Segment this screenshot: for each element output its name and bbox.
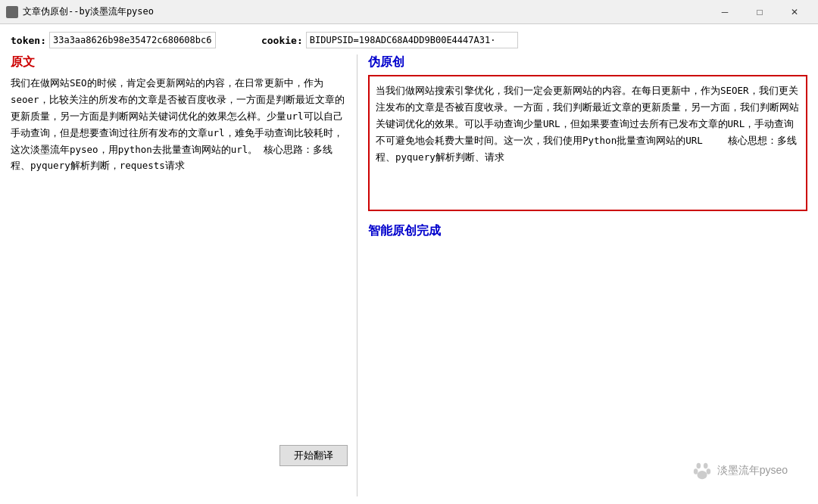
- cookie-input[interactable]: [306, 32, 518, 48]
- token-input[interactable]: [49, 32, 216, 48]
- svg-point-2: [693, 468, 698, 474]
- close-button[interactable]: ✕: [777, 0, 812, 24]
- credentials-row: token: cookie:: [11, 32, 807, 48]
- titlebar: 文章伪原创--by淡墨流年pyseo ─ □ ✕: [0, 0, 818, 24]
- token-label: token:: [11, 35, 46, 46]
- watermark-icon: [692, 460, 713, 481]
- watermark: 淡墨流年pyseo: [692, 460, 788, 481]
- main-window: token: cookie: 原文 我们在做网站SEO的时候，肯定会更新网站的内…: [0, 24, 818, 504]
- result-content-box: 当我们做网站搜索引擎优化，我们一定会更新网站的内容。在每日更新中，作为SEOER…: [368, 75, 807, 211]
- left-panel: 原文 我们在做网站SEO的时候，肯定会更新网站的内容，在日常更新中，作为seoe…: [11, 54, 355, 496]
- two-panel: 原文 我们在做网站SEO的时候，肯定会更新网站的内容，在日常更新中，作为seoe…: [11, 54, 807, 496]
- watermark-text: 淡墨流年pyseo: [717, 464, 788, 478]
- app-icon: [6, 6, 18, 18]
- panel-divider: [357, 54, 357, 496]
- svg-point-3: [706, 468, 710, 474]
- maximize-button[interactable]: □: [742, 0, 777, 24]
- titlebar-title: 文章伪原创--by淡墨流年pyseo: [23, 5, 707, 18]
- original-content: 我们在做网站SEO的时候，肯定会更新网站的内容，在日常更新中，作为seoer，比…: [11, 75, 348, 437]
- svg-point-4: [697, 471, 707, 479]
- right-panel: 伪原创 当我们做网站搜索引擎优化，我们一定会更新网站的内容。在每日更新中，作为S…: [359, 54, 807, 496]
- cookie-section: cookie:: [261, 32, 518, 48]
- cookie-label: cookie:: [261, 35, 303, 46]
- complete-label: 智能原创完成: [368, 223, 807, 239]
- svg-point-1: [704, 463, 708, 468]
- svg-point-0: [696, 463, 701, 468]
- result-title: 伪原创: [368, 54, 807, 70]
- original-title: 原文: [11, 54, 348, 70]
- translate-button[interactable]: 开始翻译: [279, 445, 348, 466]
- window-controls: ─ □ ✕: [707, 0, 812, 24]
- minimize-button[interactable]: ─: [707, 0, 742, 24]
